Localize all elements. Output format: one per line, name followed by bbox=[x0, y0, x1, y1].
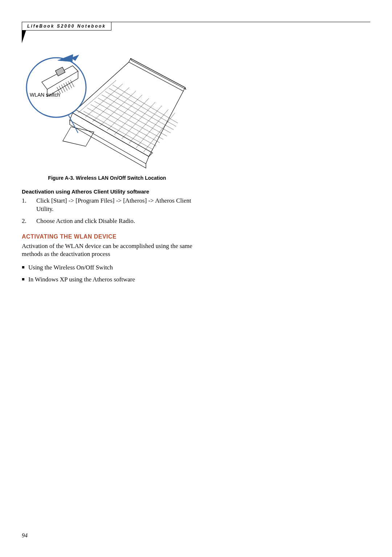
svg-point-21 bbox=[26, 58, 86, 117]
tab-notch bbox=[22, 30, 26, 43]
list-text: Choose Action and click Disable Radio. bbox=[36, 217, 192, 225]
page-number: 94 bbox=[22, 532, 28, 539]
list-number: 2. bbox=[22, 217, 36, 225]
svg-line-12 bbox=[100, 91, 136, 126]
section-heading-activating: ACTIVATING THE WLAN DEVICE bbox=[22, 233, 192, 241]
top-rule: LifeBook S2000 Notebook bbox=[22, 22, 370, 22]
list-text: Click [Start] -> [Program Files] -> [Ath… bbox=[36, 197, 192, 214]
svg-line-5 bbox=[102, 95, 171, 133]
svg-line-2 bbox=[91, 105, 160, 143]
list-item: ■ Using the Wireless On/Off Switch bbox=[22, 264, 192, 272]
list-text: In Windows XP using the Atheros software bbox=[28, 276, 135, 284]
list-item: ■ In Windows XP using the Atheros softwa… bbox=[22, 276, 192, 284]
figure-caption: Figure A-3. Wireless LAN On/Off Switch L… bbox=[22, 175, 192, 182]
svg-line-16 bbox=[129, 106, 162, 143]
ordered-list-deactivation: 1. Click [Start] -> [Program Files] -> [… bbox=[22, 197, 192, 225]
bullet-icon: ■ bbox=[22, 264, 28, 272]
running-title: LifeBook S2000 Notebook bbox=[27, 24, 106, 29]
svg-line-4 bbox=[98, 98, 167, 136]
svg-line-18 bbox=[143, 113, 175, 152]
svg-line-10 bbox=[85, 84, 123, 117]
list-number: 1. bbox=[22, 197, 36, 214]
callout-label: WLAN switch bbox=[30, 92, 60, 98]
svg-line-14 bbox=[114, 98, 149, 135]
svg-line-11 bbox=[93, 88, 129, 122]
svg-line-6 bbox=[105, 92, 173, 130]
svg-line-15 bbox=[122, 102, 155, 139]
running-header-tab: LifeBook S2000 Notebook bbox=[22, 22, 111, 31]
svg-line-13 bbox=[107, 95, 142, 130]
paragraph: Activation of the WLAN device can be acc… bbox=[22, 242, 192, 259]
content-column: WLAN switch Figure A-3. Wireless LAN On/… bbox=[22, 48, 192, 284]
wlan-switch-figure: WLAN switch bbox=[22, 48, 192, 171]
list-item: 1. Click [Start] -> [Program Files] -> [… bbox=[22, 197, 192, 214]
svg-line-3 bbox=[94, 101, 163, 139]
page: LifeBook S2000 Notebook bbox=[0, 0, 392, 557]
svg-line-0 bbox=[83, 111, 152, 149]
list-text: Using the Wireless On/Off Switch bbox=[28, 264, 113, 272]
bullet-list-activation: ■ Using the Wireless On/Off Switch ■ In … bbox=[22, 264, 192, 284]
bullet-icon: ■ bbox=[22, 276, 28, 284]
list-item: 2. Choose Action and click Disable Radio… bbox=[22, 217, 192, 225]
figure-block: WLAN switch Figure A-3. Wireless LAN On/… bbox=[22, 48, 192, 182]
subsection-heading-deactivation: Deactivation using Atheros Client Utilit… bbox=[22, 188, 192, 195]
